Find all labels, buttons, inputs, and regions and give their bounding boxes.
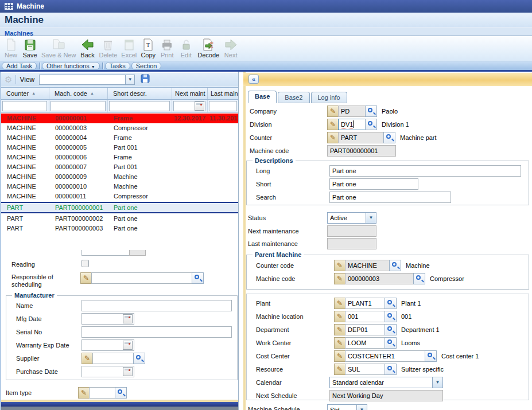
calendar-dropdown-icon[interactable]: ▼ xyxy=(432,377,443,388)
search-icon[interactable] xyxy=(365,106,377,117)
tab-base[interactable]: Base xyxy=(248,91,277,103)
table-row[interactable]: MACHINE000000006Frame xyxy=(1,153,239,162)
pencil-icon[interactable]: ✎ xyxy=(81,353,93,364)
table-row[interactable]: MACHINE000000007Part 001 xyxy=(1,162,239,172)
tasks-button[interactable]: Tasks xyxy=(105,62,130,70)
pencil-icon[interactable]: ✎ xyxy=(334,324,345,335)
counter-input[interactable]: PART xyxy=(338,132,384,143)
department-input[interactable]: DEP01 xyxy=(345,324,385,335)
edit-button[interactable]: Edit xyxy=(178,38,193,58)
division-input[interactable]: DV1 xyxy=(338,119,366,130)
tab-log-info[interactable]: Log info xyxy=(311,92,347,103)
gear-icon[interactable]: ⚙ xyxy=(5,75,12,85)
table-row[interactable]: MACHINE000000004Frame xyxy=(1,133,239,143)
table-row[interactable]: MACHINE000000005Part 001 xyxy=(1,143,239,153)
view-select[interactable] xyxy=(39,75,125,85)
machine-schedule-select[interactable]: Std xyxy=(327,404,357,410)
filter-last-maint-input[interactable] xyxy=(209,101,237,111)
supplier-input[interactable] xyxy=(92,353,134,364)
short-input[interactable]: Part one xyxy=(329,178,418,190)
table-row[interactable]: MACHINE000000011Compressor xyxy=(1,192,239,201)
table-row[interactable]: MACHINE000000003Compressor xyxy=(1,123,239,133)
machine-location-input[interactable]: 001 xyxy=(345,311,385,322)
column-header-mach-code[interactable]: Mach. code▲ xyxy=(49,88,108,99)
next-button[interactable]: Next xyxy=(223,38,238,58)
copy-button[interactable]: T Copy xyxy=(141,38,156,58)
search-icon[interactable] xyxy=(192,272,204,284)
pencil-icon[interactable]: ✎ xyxy=(327,119,339,130)
column-header-next-maint[interactable]: Next maint xyxy=(172,88,208,99)
table-row[interactable]: MACHINE 000000001 Frame 12.30.2017 11.30… xyxy=(1,114,239,123)
pencil-icon[interactable]: ✎ xyxy=(327,106,339,117)
serial-input[interactable] xyxy=(81,326,232,338)
pencil-icon[interactable]: ✎ xyxy=(334,364,345,375)
long-input[interactable]: Part one xyxy=(329,165,521,177)
responsible-input[interactable] xyxy=(91,272,192,284)
save-and-new-button[interactable]: Save & New xyxy=(41,38,76,58)
add-task-button[interactable]: Add Task xyxy=(2,62,37,70)
pencil-icon[interactable]: ✎ xyxy=(78,387,90,399)
save-view-icon[interactable] xyxy=(141,74,150,85)
company-input[interactable]: PD xyxy=(338,106,366,117)
work-center-input[interactable]: LOOM xyxy=(345,337,385,349)
filter-counter-input[interactable] xyxy=(2,101,47,111)
search-descr-input[interactable]: Part one xyxy=(329,192,451,203)
tab-base2[interactable]: Base2 xyxy=(278,92,309,103)
parent-counter-code-input[interactable]: MACHINE xyxy=(345,260,390,271)
pencil-icon[interactable]: ✎ xyxy=(334,311,345,322)
filter-descr-input[interactable] xyxy=(109,101,170,111)
other-functions-button[interactable]: Other functions▼ xyxy=(42,62,100,70)
filter-code-input[interactable] xyxy=(51,101,106,111)
pencil-icon[interactable]: ✎ xyxy=(80,272,92,284)
pencil-icon[interactable]: ✎ xyxy=(334,298,345,309)
search-icon[interactable] xyxy=(425,350,437,362)
search-icon[interactable] xyxy=(365,119,377,130)
delete-button[interactable]: Delete xyxy=(99,38,118,58)
calendar-icon[interactable] xyxy=(123,341,133,350)
search-icon[interactable] xyxy=(389,260,401,271)
search-icon[interactable] xyxy=(133,353,145,364)
pencil-icon[interactable]: ✎ xyxy=(334,260,345,271)
name-input[interactable] xyxy=(81,300,232,311)
parent-machine-code-input[interactable]: 000000003 xyxy=(345,273,414,284)
collapse-panel-button[interactable]: « xyxy=(248,75,259,84)
save-button[interactable]: Save xyxy=(22,38,37,58)
calendar-icon[interactable] xyxy=(123,367,133,376)
search-icon[interactable] xyxy=(385,337,397,349)
calendar-icon[interactable] xyxy=(195,101,204,111)
table-row[interactable]: PARTPART000000002Part one xyxy=(1,214,239,224)
search-icon[interactable] xyxy=(385,311,397,322)
table-row[interactable]: MACHINE000000010Machine xyxy=(1,182,239,192)
decode-button[interactable]: 1001 Decode xyxy=(197,38,219,58)
excel-button[interactable]: Excel xyxy=(121,38,137,58)
search-icon[interactable] xyxy=(413,273,425,284)
pencil-icon[interactable]: ✎ xyxy=(334,350,345,362)
search-icon[interactable] xyxy=(383,132,395,143)
calendar-icon[interactable] xyxy=(123,314,133,323)
cost-center-input[interactable]: COSTCENTER1 xyxy=(345,350,425,362)
column-header-last-maint[interactable]: Last main xyxy=(208,88,239,99)
section-button[interactable]: Section xyxy=(131,62,162,70)
clipped-combo[interactable] xyxy=(81,250,146,257)
machine-schedule-dropdown-icon[interactable]: ▼ xyxy=(356,404,367,410)
new-button[interactable]: New xyxy=(3,38,18,58)
search-icon[interactable] xyxy=(115,387,127,399)
column-header-short-descr[interactable]: Short descr. xyxy=(108,88,172,99)
calendar-select[interactable]: Standard calendar xyxy=(329,377,433,388)
pencil-icon[interactable]: ✎ xyxy=(327,132,339,143)
reading-checkbox[interactable] xyxy=(81,260,89,267)
pencil-icon[interactable]: ✎ xyxy=(334,337,345,349)
pencil-icon[interactable]: ✎ xyxy=(334,273,345,284)
table-row-selected[interactable]: PARTPART000000001Part one xyxy=(1,202,239,213)
search-icon[interactable] xyxy=(385,364,397,375)
plant-input[interactable]: PLANT1 xyxy=(345,298,385,309)
table-row[interactable]: MACHINE000000009Machine xyxy=(1,172,239,182)
status-select[interactable]: Active xyxy=(327,212,366,224)
back-button[interactable]: Back xyxy=(80,38,95,58)
resource-input[interactable]: SUL xyxy=(345,364,385,375)
table-row[interactable]: PARTPART000000003Part one xyxy=(1,224,239,233)
status-dropdown-icon[interactable]: ▼ xyxy=(366,212,376,224)
search-icon[interactable] xyxy=(385,324,397,335)
search-icon[interactable] xyxy=(385,298,397,309)
column-header-counter[interactable]: Counter▲ xyxy=(1,88,49,99)
